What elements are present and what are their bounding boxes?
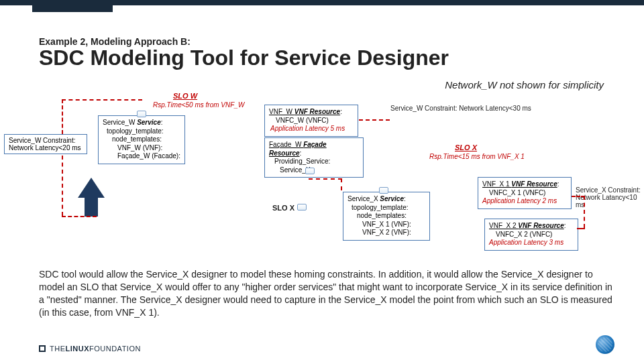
vw-l2: VNFC_W (VNFC) [269, 117, 354, 125]
handle-fw-bottom [305, 168, 315, 174]
dash-1v [62, 99, 63, 134]
dash-4v [341, 178, 342, 190]
sw-l1c: : [161, 119, 163, 126]
vw-l1b: VNF Resource [294, 108, 340, 115]
sx-l1a: Service_X [347, 195, 380, 202]
x2-lat: Application Latency 3 ms [489, 239, 574, 247]
top-notch [32, 5, 113, 12]
sw-l1a: Service_W [103, 119, 137, 126]
sx-l5: VNF_X 2 (VNF): [347, 229, 425, 237]
box-vnf-x2: VNF_X 2 VNF Resource: VNFC_X 2 (VNFC) Ap… [484, 219, 578, 251]
handle-slox [297, 204, 307, 210]
sx-l4: VNF_X 1 (VNF): [347, 221, 425, 229]
slo-w-label: SLO W [173, 92, 197, 100]
lf-c: FOUNDATION [89, 345, 141, 353]
dash-1 [62, 99, 142, 101]
dash-2v [62, 156, 63, 216]
vw-l1c: : [340, 108, 342, 115]
sw-l4: VNF_W (VNF): [103, 144, 180, 153]
top-bar [0, 0, 644, 5]
vw-lat: Application Latency 5 ms [269, 125, 354, 133]
box-service-w: Service_W Service: topology_template: no… [98, 115, 185, 164]
sw-l1b: Service [137, 119, 161, 126]
dash-5v [584, 196, 585, 228]
x2-l1a: VNF_X 2 [489, 222, 518, 229]
x1-l1a: VNF_X 1 [482, 180, 511, 188]
dash-5 [572, 196, 585, 197]
box-vnf-x1: VNF_X 1 VNF Resource: VNFC_X 1 (VNFC) Ap… [478, 177, 572, 209]
box-service-x: Service_X Service: topology_template: no… [343, 192, 430, 241]
dash-3 [359, 119, 390, 121]
sx-l3: node_templates: [347, 212, 425, 221]
slox-left-label: SLO X [272, 204, 294, 212]
fw-l2: Providing_Service: [269, 158, 359, 166]
dash-4 [309, 178, 342, 180]
x2-l1b: VNF Resource [518, 222, 564, 229]
slo-x-detail: Rsp.Time<15 ms from VNF_X 1 [429, 153, 525, 160]
dash-5h2 [577, 228, 585, 229]
constraint-w20: Service_W Constraint: Network Latency<20… [4, 134, 87, 154]
slo-x-label: SLO X [455, 143, 477, 152]
x1-l2: VNFC_X 1 (VNFC) [482, 189, 567, 198]
lf-b: LINUX [66, 345, 90, 353]
body-paragraph: SDC tool would allow the Service_X desig… [39, 268, 613, 319]
x1-l1c: : [557, 180, 559, 188]
lf-square-icon [39, 345, 46, 352]
x2-l1c: : [564, 222, 566, 229]
x2-l2: VNFC_X 2 (VNFC) [489, 231, 574, 239]
dash-2h [62, 216, 97, 217]
sw-l2: topology_template: [103, 127, 180, 136]
vw-l1a: VNF_W [269, 108, 294, 115]
sx-l1b: Service [380, 195, 404, 202]
sx-l2: topology_template: [347, 204, 425, 213]
slide: Example 2, Modeling Approach B: SDC Mode… [0, 0, 644, 362]
sw-l3: node_templates: [103, 135, 180, 144]
fw-l1c: : [300, 149, 302, 157]
constraint-w30: Service_W Constraint: Network Latency<30… [390, 105, 531, 112]
sx-l1c: : [404, 195, 406, 202]
subtitle: Network_W not shown for simplicity [445, 79, 604, 90]
page-title: SDC Modeling Tool for Service Designer [39, 46, 449, 70]
x1-l1b: VNF Resource [511, 180, 557, 188]
sw-l5: Façade_W (Facade): [103, 152, 180, 161]
fw-l1a: Façade_W [269, 141, 303, 148]
up-arrow-icon [79, 178, 103, 217]
linux-foundation-logo: THELINUXFOUNDATION [39, 345, 141, 353]
box-vnf-w: VNF_W VNF Resource: VNFC_W (VNFC) Applic… [264, 105, 358, 137]
slo-w-detail: Rsp.Time<50 ms from VNF_W [153, 101, 244, 109]
lf-a: THE [50, 345, 66, 353]
att-globe-icon [596, 335, 614, 354]
handle-sx-top [379, 187, 388, 194]
constraint-x10: Service_X Constraint: Network Latancy<10… [576, 186, 643, 208]
handle-sw-top [137, 111, 146, 117]
x1-lat: Application Latency 2 ms [482, 197, 567, 206]
